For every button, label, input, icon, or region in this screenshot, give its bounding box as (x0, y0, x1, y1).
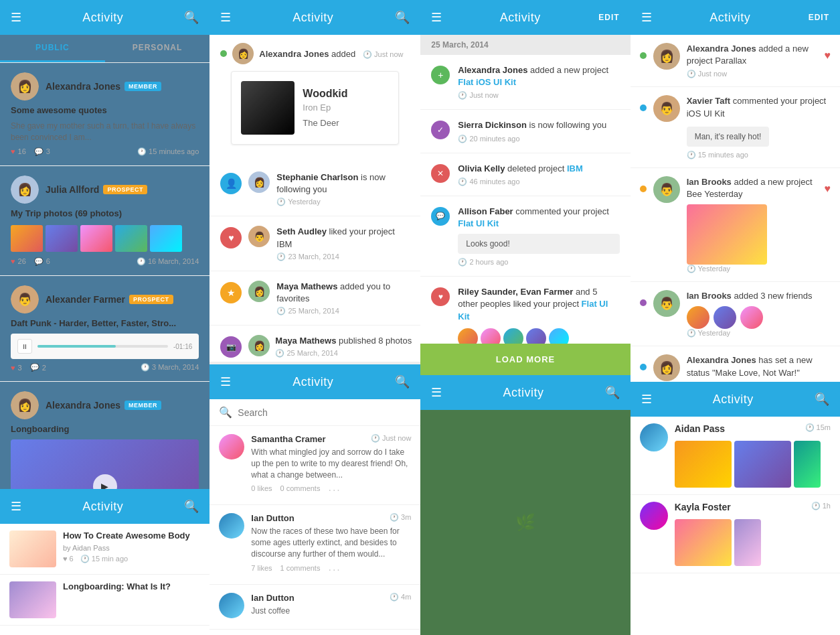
time-label: -01:16 (173, 343, 192, 350)
avatar-2: 👩 (11, 175, 39, 204)
panel-4-top: ☰ Activity EDIT 👩 Alexandra Jones added … (631, 0, 840, 382)
search-icon-inline: 🔍 (219, 406, 232, 419)
act4-time-1: 🕐 Just now (687, 70, 818, 78)
profile-list-photos-2 (675, 519, 831, 566)
meta-3: ♥ 3 💬 2 🕐 3 March, 2014 (11, 363, 199, 372)
plist-photo-1-1 (675, 441, 732, 488)
edit-button-3[interactable]: EDIT (598, 13, 619, 22)
act-text-4: Maya Mathews published 8 photos (275, 335, 412, 347)
search-icon-3b[interactable]: 🔍 (605, 385, 620, 400)
t-face-4 (526, 328, 546, 344)
act4-avatar-4: 👨 (653, 290, 680, 317)
badge-prospect-2: PROSPECT (103, 185, 147, 194)
edit-button-4[interactable]: EDIT (809, 13, 829, 22)
more-dots-1[interactable]: ··· (328, 484, 341, 496)
panel-1-header: ☰ Activity 🔍 (0, 0, 209, 35)
profile-list-body-2: Kayla Foster 🕐 1h (675, 502, 831, 566)
panel-2: ☰ Activity 🔍 👩 Alexandra Jones added 🕐 J… (209, 0, 420, 635)
panel-3-top: ☰ Activity EDIT 25 March, 2014 + Alexand… (420, 0, 630, 375)
act4-body-3: Ian Brooks added a new project Bee Yeste… (687, 176, 818, 273)
act4-avatar-1: 👩 (653, 43, 680, 70)
time-1: 🕐 15 minutes ago (137, 147, 199, 156)
user-info-3: Alexander Farmer PROSPECT (46, 294, 199, 305)
menu-icon-4b[interactable]: ☰ (641, 392, 652, 407)
badge-member-1: MEMBER (124, 82, 161, 91)
act4-item-2: 👨 Xavier Taft commented your project iOS… (631, 87, 840, 167)
menu-icon-2b[interactable]: ☰ (220, 374, 231, 389)
act-time-2: 🕐 23 March, 2014 (276, 253, 410, 261)
t-face-5 (549, 328, 569, 344)
panel-2b-header: ☰ Activity 🔍 (209, 364, 420, 399)
meta-1: ♥ 16 💬 3 🕐 15 minutes ago (11, 147, 199, 156)
feed-item-2: 👩 Julia Allford PROSPECT My Trip photos … (0, 166, 209, 276)
tab-personal[interactable]: PERSONAL (105, 35, 210, 62)
act-avatar-1: 👩 (248, 171, 270, 193)
act-row-photos: 👩 Maya Mathews published 8 photos 🕐 25 M… (248, 335, 420, 358)
panel-1b-title: Activity (82, 500, 123, 514)
heart-icon-p4-1: ♥ (824, 50, 831, 62)
search-icon[interactable]: 🔍 (184, 10, 199, 25)
menu-icon[interactable]: ☰ (11, 10, 21, 25)
search-icon-2[interactable]: 🔍 (395, 10, 410, 25)
panel-2-lower: ☰ Activity 🔍 🔍 Samantha Cramer 🕐 Just no… (209, 362, 420, 635)
t-faces-5 (458, 328, 619, 344)
blog-info-2: Longboarding: What Is It? (63, 581, 200, 595)
act4-avatar-3: 👨 (653, 176, 680, 203)
comment-text-1: With what mingled joy and sorrow do I ta… (251, 447, 411, 480)
pause-button[interactable]: ⏸ (17, 339, 32, 354)
menu-icon-3[interactable]: ☰ (431, 10, 442, 25)
menu-icon-3b[interactable]: ☰ (431, 385, 442, 400)
act4-avatar-5: 👩 (653, 354, 680, 381)
panel-1: ☰ Activity 🔍 PUBLIC PERSONAL 👩 Alexandra… (0, 0, 209, 635)
search-icon-2b[interactable]: 🔍 (395, 374, 410, 389)
search-icon-4b[interactable]: 🔍 (815, 392, 829, 407)
photo-5 (150, 225, 182, 252)
act4-item-3: 👨 Ian Brooks added a new project Bee Yes… (631, 168, 840, 282)
friend-face-1 (687, 306, 709, 329)
feed-item-4: 👩 Alexandra Jones MEMBER Longboarding ▶ (0, 382, 209, 489)
blog-thumb-1 (9, 531, 56, 567)
timeline-item-4: 💬 Allison Faber commented your project F… (420, 196, 630, 277)
hearts-3: ♥ 3 (11, 364, 22, 372)
comment-icon-3: 💬 (30, 363, 39, 372)
user-name-3: Alexander Farmer (46, 294, 125, 305)
search-icon-1b[interactable]: 🔍 (184, 499, 199, 514)
act4-text-4: Ian Brooks added 3 new friends (687, 290, 831, 302)
heart-icon-1: ♥ (11, 147, 15, 155)
comment-likes-2: 7 likes (251, 564, 272, 576)
comment-comments-1: 0 comments (280, 484, 321, 496)
photo-2 (46, 225, 78, 252)
heart-icon-3: ♥ (11, 364, 15, 372)
comments-list: Samantha Cramer 🕐 Just now With what min… (209, 426, 420, 635)
panel-1-tabs: PUBLIC PERSONAL (0, 35, 209, 63)
t-dot-x: ✕ (431, 164, 450, 183)
photo-1 (11, 225, 43, 252)
blog-hearts-1: ♥ 6 (63, 555, 74, 563)
avatar-added: 👩 (232, 43, 254, 64)
menu-icon-2[interactable]: ☰ (220, 10, 231, 25)
friend-face-3 (740, 306, 763, 329)
act-item-photos: 📷 👩 Maya Mathews published 8 photos 🕐 25… (209, 326, 420, 362)
menu-icon-4[interactable]: ☰ (641, 10, 652, 25)
tab-public[interactable]: PUBLIC (0, 35, 105, 62)
panel-2-feed: 👩 Alexandra Jones added 🕐 Just now Woodk… (209, 35, 420, 362)
panel-4-header: ☰ Activity EDIT (631, 0, 840, 35)
load-more-button[interactable]: LOAD MORE (420, 344, 630, 375)
search-bar: 🔍 (209, 399, 420, 426)
act-time-3: 🕐 25 March, 2014 (276, 307, 410, 315)
play-overlay[interactable]: ▶ (93, 474, 117, 489)
more-dots-2[interactable]: ··· (328, 564, 341, 576)
dot-added (220, 50, 227, 57)
comment-likes-1: 0 likes (251, 484, 272, 496)
comment-body-2: Ian Dutton 🕐 3m Now the races of these t… (251, 513, 411, 575)
panel-3-title: Activity (500, 11, 541, 25)
t-body-1: Alexandra Jones added a new project Flat… (458, 64, 619, 100)
comment-name-3: Ian Dutton (251, 593, 294, 603)
act4-text-5: Alexandra Jones has set a new status "Ma… (687, 354, 831, 378)
menu-icon-1b[interactable]: ☰ (11, 499, 21, 514)
search-input[interactable] (238, 407, 411, 418)
progress-fill (37, 345, 116, 348)
act4-time-2: 🕐 15 minutes ago (687, 151, 831, 159)
comment-item-3: Ian Dutton 🕐 4m Just coffee (209, 585, 420, 630)
comment-footer-2: 7 likes 1 comments ··· (251, 564, 411, 576)
